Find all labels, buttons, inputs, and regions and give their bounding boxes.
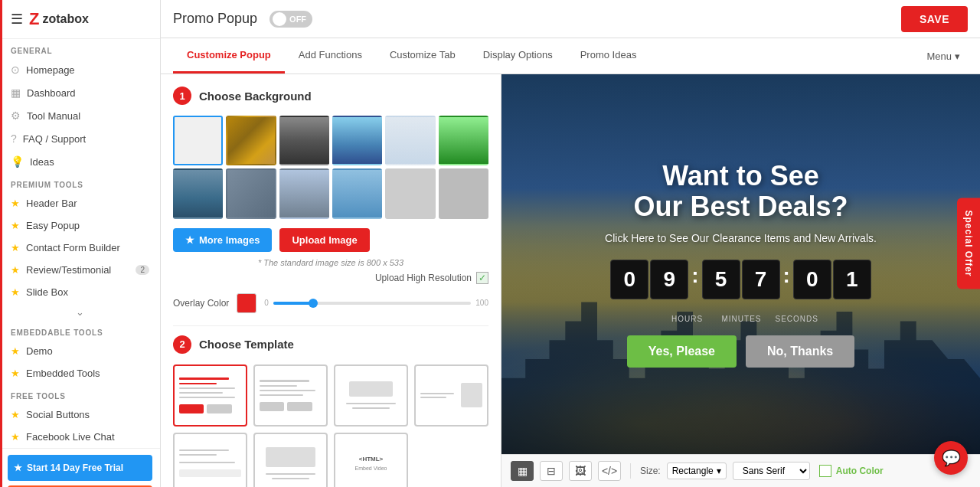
size-dropdown[interactable]: Rectangle ▾ (667, 462, 727, 479)
star-icon: ★ (11, 264, 20, 276)
image-size-note: * The standard image size is 800 x 533 (173, 258, 488, 267)
sidebar-item-fb-live-chat[interactable]: ★ Facebook Live Chat (0, 426, 160, 448)
countdown-sec1: 0 (793, 260, 831, 299)
sidebar-item-tool-manual[interactable]: ⚙ Tool Manual (0, 104, 160, 127)
sidebar-item-easy-popup[interactable]: ★ Easy Popup (0, 214, 160, 237)
tab-customize-tab[interactable]: Customize Tab (376, 38, 469, 74)
upload-hires-row: Upload High Resolution ✓ (173, 272, 488, 284)
overlay-color-swatch[interactable] (237, 293, 256, 313)
chat-bubble[interactable]: 💬 (934, 441, 968, 475)
chevron-down-icon: ▾ (717, 466, 721, 476)
section-embeddable-title: EMBEDDABLE TOOLS (0, 321, 160, 340)
star-icon: ★ (11, 368, 20, 379)
home-icon: ⊙ (11, 64, 20, 76)
bg-thumb-4[interactable] (385, 116, 435, 165)
tab-customize-popup[interactable]: Customize Popup (173, 38, 285, 74)
sidebar-item-label: Social Buttons (26, 409, 90, 420)
tab-add-functions[interactable]: Add Functions (285, 38, 376, 74)
template-thumb-3[interactable] (334, 364, 408, 427)
template-thumb-html[interactable]: <HTML> Embed Video (334, 433, 408, 487)
view-code-icon[interactable]: </> (598, 461, 621, 481)
no-thanks-button[interactable]: No, Thanks (746, 335, 854, 368)
view-image-icon[interactable]: 🖼 (569, 461, 592, 481)
chevron-down-icon: ▾ (955, 51, 960, 62)
expand-sidebar-btn[interactable]: ⌄ (0, 303, 160, 321)
save-button[interactable]: SAVE (901, 6, 968, 32)
sidebar-item-dashboard[interactable]: ▦ Dashboard (0, 81, 160, 104)
sidebar-item-label: Review/Testimonial (26, 264, 111, 276)
sidebar-item-header-bar[interactable]: ★ Header Bar (0, 192, 160, 214)
template-thumb-5[interactable] (173, 433, 247, 487)
sidebar-item-social-buttons[interactable]: ★ Social Buttons (0, 404, 160, 426)
overlay-max-label: 100 (475, 299, 488, 307)
bg-thumb-5[interactable] (439, 116, 488, 165)
star-icon: ★ (11, 431, 20, 443)
bg-thumb-7[interactable] (226, 168, 276, 218)
sidebar-item-homepage[interactable]: ⊙ Homepage (0, 58, 160, 81)
toolbar-separator (630, 463, 631, 479)
bg-thumb-blank[interactable] (173, 116, 223, 165)
hamburger-icon[interactable]: ☰ (11, 11, 23, 28)
tab-display-options[interactable]: Display Options (469, 38, 567, 74)
menu-dropdown[interactable]: Menu ▾ (919, 40, 968, 73)
section2-title: Choose Template (199, 338, 294, 351)
trial-button[interactable]: ★ Start 14 Day Free Trial (8, 455, 152, 481)
star-icon: ★ (11, 345, 20, 357)
auto-color-label: Auto Color (836, 466, 884, 476)
bg-thumb-3[interactable] (332, 116, 382, 165)
sidebar-item-contact-form[interactable]: ★ Contact Form Builder (0, 237, 160, 259)
toggle-circle (273, 12, 286, 26)
tab-promo-ideas[interactable]: Promo Ideas (567, 38, 651, 74)
sidebar-item-review[interactable]: ★ Review/Testimonial 2 (0, 259, 160, 281)
bg-thumb-2[interactable] (279, 116, 329, 165)
main-content: Promo Popup OFF SAVE Customize Popup Add… (161, 0, 980, 487)
sidebar-item-label: Embedded Tools (26, 368, 100, 379)
template-thumb-4[interactable] (414, 364, 488, 427)
star-icon: ★ (11, 220, 20, 231)
toggle-label: OFF (289, 15, 306, 24)
bg-thumb-9[interactable] (332, 168, 382, 218)
countdown-hour2: 9 (650, 260, 688, 299)
overlay-slider[interactable] (273, 302, 471, 305)
sidebar-item-slidebox[interactable]: ★ Slide Box (0, 281, 160, 303)
sidebar-item-label: Homepage (26, 64, 75, 76)
sidebar-item-embedded-tools[interactable]: ★ Embedded Tools (0, 362, 160, 384)
template-thumb-2[interactable] (253, 364, 328, 427)
sidebar-item-demo[interactable]: ★ Demo (0, 340, 160, 362)
right-panel: Want to See Our Best Deals? Click Here t… (501, 74, 980, 487)
logo-area: ☰ Z zotabox (0, 0, 160, 39)
sidebar-item-label: Dashboard (27, 87, 76, 99)
template-thumb-6[interactable] (253, 433, 328, 487)
upload-hires-label: Upload High Resolution (375, 273, 472, 283)
bg-thumb-8[interactable] (279, 168, 329, 218)
special-offer-tab[interactable]: Special Offer (957, 198, 980, 289)
view-rectangle-icon[interactable]: ▦ (511, 461, 534, 481)
sidebar-item-label: Facebook Live Chat (26, 431, 115, 443)
left-panel: 1 Choose Background ★ Mor (161, 74, 501, 487)
toggle-switch[interactable]: OFF (270, 11, 312, 28)
bg-thumb-10[interactable] (385, 168, 435, 218)
auto-color-checkbox[interactable] (819, 465, 831, 477)
countdown-sec2: 1 (833, 260, 871, 299)
font-select[interactable]: Sans Serif Serif Monospace (733, 462, 810, 480)
view-list-icon[interactable]: ⊟ (540, 461, 563, 481)
yes-please-button[interactable]: Yes, Please (627, 335, 737, 368)
countdown-seconds-label: SECONDS (776, 315, 814, 323)
upload-hires-checkbox[interactable]: ✓ (476, 272, 488, 284)
upload-image-button[interactable]: Upload Image (279, 228, 369, 252)
more-images-button[interactable]: ★ More Images (173, 228, 272, 252)
sidebar-item-ideas[interactable]: 💡 Ideas (0, 150, 160, 173)
logo: Z zotabox (29, 9, 89, 29)
background-image-grid (173, 116, 488, 219)
preview-toolbar: ▦ ⊟ 🖼 </> Size: Rectangle ▾ Sans Serif S… (501, 454, 980, 487)
sidebar-item-label: Ideas (30, 156, 54, 168)
star-icon: ★ (14, 462, 22, 473)
bg-thumb-1[interactable] (226, 116, 276, 165)
star-icon: ★ (185, 234, 194, 246)
bg-thumb-11[interactable] (439, 168, 488, 218)
bg-thumb-6[interactable] (173, 168, 223, 218)
template-thumb-1[interactable] (173, 364, 247, 427)
countdown-sep1: : (691, 263, 698, 296)
sidebar-item-faq[interactable]: ? FAQ / Support (0, 127, 160, 150)
image-actions: ★ More Images Upload Image (173, 228, 488, 252)
